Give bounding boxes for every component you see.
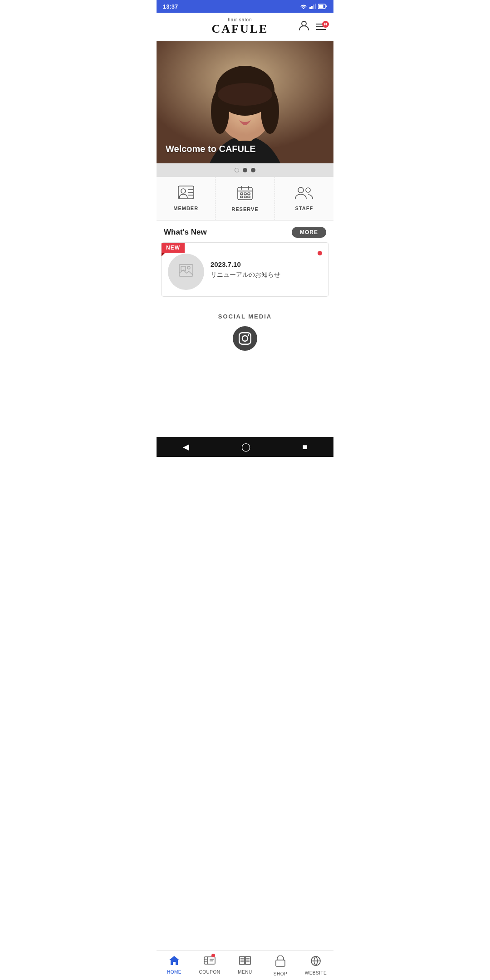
status-time: 13:37 [163, 3, 178, 10]
member-icon [177, 185, 195, 203]
home-button[interactable]: ◯ [241, 442, 250, 452]
bottom-nav-shop[interactable]: SHOP [263, 951, 298, 980]
svg-rect-28 [244, 193, 246, 195]
svg-point-7 [302, 21, 306, 26]
battery-icon [318, 4, 327, 9]
svg-rect-2 [313, 5, 314, 9]
signal-icon [309, 4, 316, 9]
carousel-dot-1[interactable] [235, 168, 239, 172]
svg-rect-45 [245, 956, 250, 965]
quick-nav-member[interactable]: MEMBER [157, 177, 216, 220]
svg-point-34 [306, 188, 310, 192]
recents-button[interactable]: ■ [303, 442, 308, 452]
svg-point-17 [250, 108, 257, 114]
svg-point-16 [233, 108, 240, 114]
news-text: リニューアルのお知らせ [211, 271, 311, 279]
shop-label: SHOP [274, 971, 287, 976]
menu-book-icon [239, 956, 251, 968]
svg-rect-1 [311, 6, 313, 9]
header-brand: CAFULE [212, 22, 269, 36]
svg-point-33 [298, 187, 304, 193]
quick-nav: MEMBER RESERVE [157, 177, 333, 220]
back-button[interactable]: ◀ [183, 442, 189, 452]
social-section: SOCIAL MEDIA [157, 304, 333, 364]
social-title: SOCIAL MEDIA [157, 313, 333, 320]
coupon-icon [204, 956, 216, 968]
bottom-nav-coupon[interactable]: COUPON [192, 951, 227, 980]
coupon-badge [211, 954, 215, 957]
svg-rect-29 [248, 193, 250, 195]
svg-point-37 [187, 266, 190, 269]
carousel-dot-3[interactable] [251, 168, 255, 172]
hero-carousel-dots [157, 163, 333, 177]
svg-rect-32 [248, 196, 250, 198]
website-icon [310, 956, 321, 969]
svg-rect-5 [319, 5, 323, 8]
wifi-icon [300, 4, 307, 9]
header-logo: hair salon CAFULE [212, 17, 269, 36]
profile-icon[interactable] [298, 20, 310, 34]
bottom-nav-home[interactable]: HOME [157, 951, 192, 980]
staff-label: STAFF [295, 206, 314, 211]
app-header: hair salon CAFULE N [157, 13, 333, 41]
news-unread-dot [318, 251, 322, 255]
svg-rect-27 [240, 193, 243, 195]
home-icon [169, 956, 180, 968]
news-thumbnail [168, 254, 204, 290]
svg-rect-52 [276, 960, 285, 966]
svg-point-15 [218, 83, 272, 106]
home-label: HOME [167, 970, 181, 975]
news-badge: NEW [162, 243, 185, 253]
website-label: WEBSITE [305, 970, 327, 975]
coupon-label: COUPON [199, 970, 220, 975]
page-content: Welcome to CAFULE MEMBER [157, 41, 333, 401]
instagram-button[interactable] [233, 326, 257, 351]
shop-icon [275, 956, 285, 970]
header-actions: N [298, 20, 326, 34]
member-label: MEMBER [173, 206, 198, 211]
news-card[interactable]: NEW 2023.7.10 リニューアルのお知らせ [161, 242, 329, 297]
news-date: 2023.7.10 [211, 260, 311, 268]
thumbnail-placeholder-icon [179, 264, 193, 279]
reserve-label: RESERVE [231, 206, 258, 212]
more-button[interactable]: MORE [292, 227, 326, 238]
svg-rect-3 [315, 4, 316, 9]
status-icons [300, 4, 327, 9]
svg-rect-44 [240, 956, 245, 965]
whats-new-title: What's New [164, 228, 207, 237]
svg-rect-0 [309, 7, 311, 9]
hero-welcome-text: Welcome to CAFULE [166, 144, 256, 154]
svg-rect-30 [240, 196, 243, 198]
quick-nav-staff[interactable]: STAFF [275, 177, 333, 220]
bottom-nav-menu[interactable]: MENU [227, 951, 263, 980]
menu-label: MENU [238, 970, 252, 975]
svg-rect-31 [244, 196, 246, 198]
header-subtitle: hair salon [228, 17, 252, 22]
svg-rect-6 [326, 5, 327, 7]
bottom-nav-website[interactable]: WEBSITE [298, 951, 333, 980]
staff-icon [294, 185, 314, 203]
reserve-icon [237, 185, 253, 204]
system-nav-bar: ◀ ◯ ■ [157, 437, 333, 457]
hamburger-menu-icon[interactable]: N [316, 24, 326, 30]
bottom-nav: HOME COUPON [157, 951, 333, 980]
notification-badge: N [322, 21, 329, 28]
carousel-dot-2[interactable] [243, 168, 247, 172]
instagram-icon [239, 332, 251, 345]
news-content: 2023.7.10 リニューアルのお知らせ [211, 260, 311, 279]
svg-point-19 [181, 189, 186, 193]
quick-nav-reserve[interactable]: RESERVE [216, 177, 274, 220]
status-bar: 13:37 [157, 0, 333, 13]
hero-banner: Welcome to CAFULE [157, 41, 333, 163]
whats-new-header: What's New MORE [157, 220, 333, 242]
svg-rect-38 [204, 957, 215, 964]
